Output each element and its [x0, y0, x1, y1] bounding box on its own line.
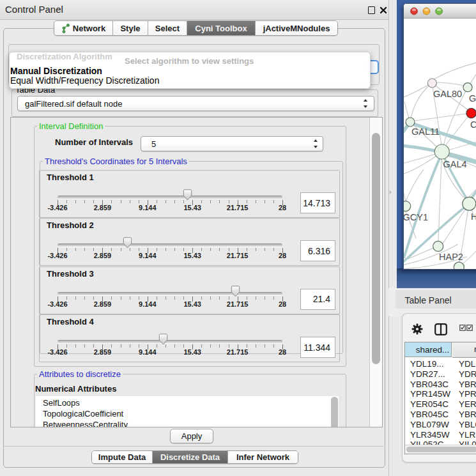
svg-text:GAL80: GAL80 — [433, 89, 462, 99]
svg-text:C: C — [470, 119, 476, 130]
svg-text:GAL4: GAL4 — [443, 159, 467, 169]
svg-text:GAL11: GAL11 — [411, 127, 440, 137]
svg-text:H: H — [471, 211, 476, 222]
svg-text:GCY1: GCY1 — [404, 212, 428, 222]
svg-text:HAP2: HAP2 — [439, 252, 463, 262]
svg-text:GA: GA — [469, 93, 476, 104]
